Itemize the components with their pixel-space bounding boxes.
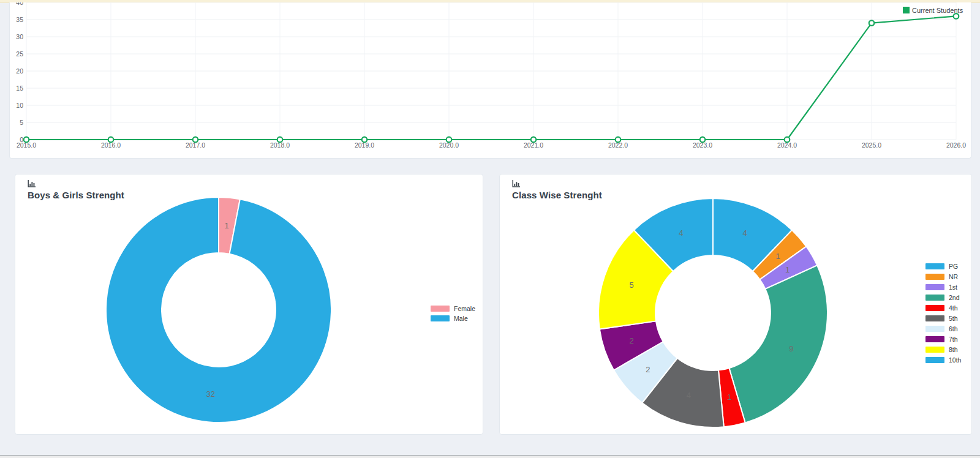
donut-slice-Male[interactable] bbox=[106, 197, 331, 422]
legend-swatch bbox=[925, 336, 944, 342]
line-data-point[interactable] bbox=[24, 137, 29, 143]
current-students-line bbox=[26, 16, 956, 140]
legend-item-NR: NR bbox=[925, 271, 961, 282]
donut-slice-2nd[interactable] bbox=[729, 265, 827, 422]
y-axis-tick-label: 30 bbox=[16, 33, 23, 40]
legend-label: PG bbox=[949, 263, 958, 270]
legend-label: NR bbox=[949, 273, 958, 280]
legend-item-7th: 7th bbox=[925, 334, 961, 344]
line-data-point[interactable] bbox=[193, 137, 198, 143]
chart-header: Class Wise Strenght bbox=[512, 179, 602, 200]
legend-swatch bbox=[925, 263, 944, 269]
line-data-point[interactable] bbox=[700, 137, 706, 143]
legend-label: 8th bbox=[949, 346, 958, 353]
slice-value-label: 1 bbox=[727, 392, 731, 402]
line-data-point[interactable] bbox=[954, 13, 959, 19]
slice-value-label: 32 bbox=[206, 389, 215, 399]
line-data-point[interactable] bbox=[108, 137, 114, 143]
legend-item-PG: PG bbox=[925, 261, 961, 271]
legend-label: 6th bbox=[949, 325, 958, 332]
slice-value-label: 9 bbox=[789, 344, 793, 353]
legend-swatch bbox=[925, 326, 944, 332]
legend-item-8th: 8th bbox=[925, 344, 961, 355]
current-students-line-chart: 05101520253035402015.02016.02017.02018.0… bbox=[10, 2, 971, 157]
current-students-chart-card: 05101520253035402015.02016.02017.02018.0… bbox=[9, 2, 971, 159]
legend-swatch bbox=[925, 315, 944, 321]
dashboard-page: 05101520253035402015.02016.02017.02018.0… bbox=[0, 0, 980, 458]
slice-value-label: 4 bbox=[679, 228, 683, 238]
y-axis-tick-label: 10 bbox=[16, 102, 23, 109]
y-axis-tick-label: 5 bbox=[20, 119, 23, 126]
chart-header: Boys & Girls Strenght bbox=[28, 179, 124, 200]
legend-label: Male bbox=[454, 315, 468, 322]
y-axis-tick-label: 35 bbox=[16, 16, 23, 23]
legend-swatch bbox=[925, 274, 944, 280]
legend-swatch bbox=[925, 284, 944, 290]
legend-swatch bbox=[925, 295, 944, 301]
chart-title: Class Wise Strenght bbox=[512, 190, 602, 200]
class-wise-chart-card: Class Wise Strenght 4119142254 PGNR1st2n… bbox=[499, 174, 972, 435]
bottom-section-edge-strip bbox=[0, 455, 980, 458]
legend-swatch bbox=[925, 347, 944, 353]
legend-item-10th: 10th bbox=[925, 355, 961, 365]
slice-value-label: 4 bbox=[743, 228, 747, 238]
line-data-point[interactable] bbox=[362, 137, 368, 143]
slice-value-label: 2 bbox=[646, 365, 650, 374]
y-axis-tick-label: 15 bbox=[16, 84, 23, 92]
legend-label: Current Students bbox=[912, 7, 963, 14]
y-axis-tick-label: 40 bbox=[16, 2, 23, 6]
legend-label: 4th bbox=[949, 304, 958, 312]
bar-chart-icon bbox=[512, 179, 602, 188]
legend-label: 10th bbox=[949, 356, 961, 364]
line-data-point[interactable] bbox=[869, 20, 875, 26]
legend-swatch bbox=[431, 315, 450, 321]
slice-value-label: 2 bbox=[630, 336, 634, 345]
y-axis-tick-label: 25 bbox=[16, 50, 23, 58]
slice-value-label: 1 bbox=[225, 221, 229, 230]
legend-label: 1st bbox=[949, 283, 957, 291]
slice-value-label: 5 bbox=[630, 280, 634, 290]
slice-value-label: 4 bbox=[687, 391, 691, 400]
legend-label: 5th bbox=[949, 315, 958, 322]
legend-item-4th: 4th bbox=[925, 302, 961, 313]
legend-item-1st: 1st bbox=[925, 282, 961, 292]
line-data-point[interactable] bbox=[277, 137, 283, 143]
legend-swatch bbox=[431, 306, 450, 312]
slice-value-label: 1 bbox=[776, 252, 780, 261]
slice-value-label: 1 bbox=[785, 265, 790, 274]
bar-chart-icon bbox=[28, 179, 124, 188]
line-data-point[interactable] bbox=[785, 137, 790, 143]
gender-donut-chart: 132 bbox=[15, 175, 483, 434]
line-data-point[interactable] bbox=[616, 137, 621, 143]
legend-item-Male: Male bbox=[431, 313, 475, 323]
x-axis-tick-label: 2025.0 bbox=[862, 141, 881, 149]
x-axis-tick-label: 2026.0 bbox=[946, 141, 966, 149]
chart-title: Boys & Girls Strenght bbox=[28, 190, 124, 200]
boys-girls-chart-card: Boys & Girls Strenght 132 FemaleMale bbox=[15, 174, 483, 435]
legend-item-Female: Female bbox=[431, 304, 475, 313]
class-chart-legend: PGNR1st2nd4th5th6th7th8th10th bbox=[925, 261, 961, 365]
legend-swatch bbox=[925, 357, 944, 363]
legend-item-6th: 6th bbox=[925, 323, 961, 334]
legend-item-2nd: 2nd bbox=[925, 292, 961, 302]
legend-label: 2nd bbox=[949, 294, 960, 301]
legend-item-5th: 5th bbox=[925, 313, 961, 323]
class-donut-chart: 4119142254 bbox=[500, 175, 971, 434]
legend-swatch bbox=[903, 7, 910, 13]
legend-label: 7th bbox=[949, 336, 958, 343]
gender-chart-legend: FemaleMale bbox=[431, 304, 475, 323]
legend-label: Female bbox=[454, 305, 475, 312]
line-data-point[interactable] bbox=[531, 137, 537, 143]
legend-swatch bbox=[925, 305, 944, 311]
line-data-point[interactable] bbox=[447, 137, 452, 143]
y-axis-tick-label: 20 bbox=[16, 67, 23, 75]
